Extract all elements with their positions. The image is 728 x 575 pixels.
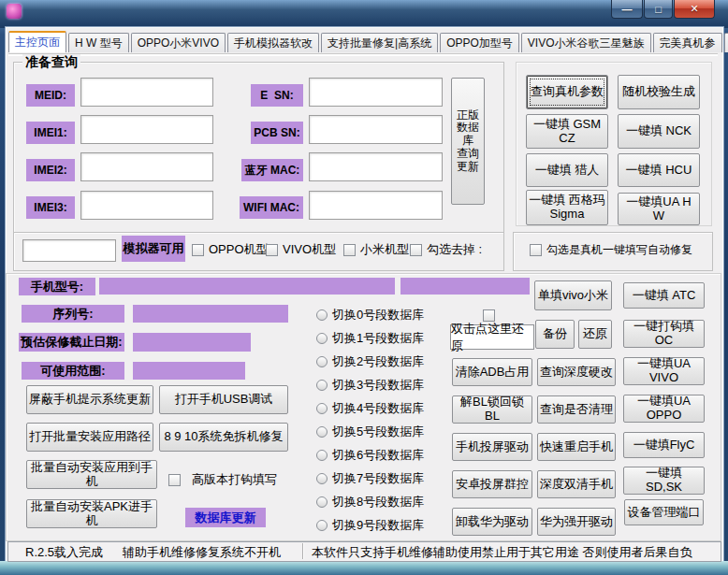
tab-hw-model[interactable]: H W 型号 [68, 33, 129, 52]
wifi-mac-input[interactable] [309, 191, 443, 220]
android-mirror-control-button[interactable]: 安卓投屏群控 [452, 470, 532, 498]
radio-icon [316, 426, 328, 438]
esn-label: E SN: [251, 84, 303, 107]
warranty-end-date-label: 预估保修截止日期: [19, 333, 124, 352]
fill-gsm-cz-button[interactable]: 一键填 GSM CZ [526, 114, 608, 149]
open-usb-debug-button[interactable]: 打开手机USB调试 [159, 385, 288, 414]
uncheck-remove-checkbox-label: 勾选去掉 : [427, 241, 482, 258]
vivo-model-checkbox[interactable]: VIVO机型 [266, 241, 336, 258]
radio-db-segment-5-label: 切换5号段数据库 [332, 424, 424, 440]
unlock-relock-bl-button[interactable]: 解BL锁回锁BL [452, 395, 532, 424]
checkbox-icon [192, 244, 204, 256]
status-divider [302, 543, 303, 559]
screen-mirror-driver-button[interactable]: 手机投屏驱动 [452, 433, 532, 461]
bluetooth-mac-input[interactable] [309, 152, 443, 181]
double-click-restore-box[interactable]: 双击点这里还原 [450, 324, 534, 350]
pcb-sn-input[interactable] [309, 115, 443, 144]
tab-oppo-xiaomi-vivo[interactable]: OPPO小米VIVO [131, 33, 226, 52]
backup-button[interactable]: 备份 [535, 320, 575, 349]
device-manager-port-button[interactable]: 设备管理端口 [624, 499, 704, 525]
vivo-model-checkbox-label: VIVO机型 [283, 241, 336, 258]
clear-adb-button[interactable]: 清除ADB占用 [452, 358, 532, 386]
imei1-input[interactable] [80, 115, 213, 144]
window-controls: — □ ✕ [610, 0, 715, 19]
window-bottom-edge [0, 561, 728, 575]
close-button[interactable]: ✕ [674, 0, 715, 19]
radio-db-segment-3[interactable]: 切换3号段数据库 [316, 377, 424, 394]
query-deep-hardmod-button[interactable]: 查询深度硬改 [537, 358, 616, 386]
open-batch-install-path-button[interactable]: 打开批量安装应用路径 [26, 423, 153, 452]
radio-db-segment-5[interactable]: 切换5号段数据库 [316, 424, 424, 440]
tab-main-page[interactable]: 主控页面 [8, 31, 66, 52]
titlebar: — □ ✕ [0, 0, 728, 28]
status-version-text: R.2.5载入完成 [25, 544, 103, 561]
radio-db-segment-1[interactable]: 切换1号段数据库 [316, 330, 424, 347]
minimize-button[interactable]: — [611, 0, 643, 19]
tab-perfect-real-params[interactable]: 完美真机参 [653, 33, 722, 52]
radio-db-segment-9[interactable]: 切换9号段数据库 [316, 517, 424, 534]
maximize-button[interactable]: □ [644, 0, 673, 19]
fill-ua-vivo-button[interactable]: 一键填UA VIVO [623, 357, 705, 385]
deep-wipe-button[interactable]: 深度双清手机 [537, 470, 616, 498]
radio-db-segment-0[interactable]: 切换0号段数据库 [316, 307, 424, 323]
fill-nck-button[interactable]: 一键填 NCK [618, 114, 700, 149]
radio-db-segment-8[interactable]: 切换8号段数据库 [316, 494, 424, 510]
genuine-db-query-update-button[interactable]: 正版 数据 库 查询 更新 [451, 78, 485, 205]
serial-number-value-bar [133, 305, 288, 323]
restore-button[interactable]: 还原 [578, 320, 612, 349]
radio-db-segment-6[interactable]: 切换6号段数据库 [316, 447, 424, 464]
oppo-model-checkbox-label: OPPO机型 [209, 241, 269, 258]
fill-sd-sk-button[interactable]: 一键填 SD,SK [623, 467, 705, 495]
tab-vivo-mi-google-samsung-meizu[interactable]: VIVO小米谷歌三星魅族 [521, 33, 651, 52]
batch-install-apk-button[interactable]: 批量自动安装APK进手机 [26, 499, 157, 528]
oppo-model-checkbox[interactable]: OPPO机型 [192, 241, 269, 258]
system-8910-repair-button[interactable]: 8 9 10系统免拆机修复 [159, 423, 288, 452]
radio-db-segment-2[interactable]: 切换2号段数据库 [316, 353, 424, 370]
esn-input[interactable] [309, 78, 443, 107]
radio-db-segment-7[interactable]: 切换7号段数据库 [316, 470, 424, 487]
radio-icon [316, 333, 328, 344]
random-checksum-button[interactable]: 随机校验生成 [618, 75, 700, 109]
tab-emulator-softmod[interactable]: 手机模拟器软改 [227, 33, 319, 52]
fill-ua-hw-button[interactable]: 一键填UA H W [618, 193, 700, 225]
serial-number-label: 序列号: [22, 305, 124, 323]
real-device-autofill-label: 勾选是真机一键填写自动修复 [546, 242, 692, 258]
checkbox-icon [530, 244, 542, 256]
fill-sigma-button[interactable]: 一键填 西格玛 Sigma [526, 190, 608, 225]
uncheck-remove-checkbox[interactable]: 勾选去掉 : [410, 241, 482, 258]
block-system-update-button[interactable]: 屏蔽手机提示系统更新 [26, 385, 153, 414]
imei3-input[interactable] [80, 191, 213, 220]
tab-apple-ipad[interactable]: 苹果ipad [724, 33, 728, 52]
db-update-link[interactable]: 数据库更新 [185, 508, 266, 527]
meid-input[interactable] [80, 78, 213, 107]
imei2-input[interactable] [80, 152, 213, 181]
model-input[interactable] [22, 239, 116, 262]
tab-bar: 主控页面H W 型号OPPO小米VIVO手机模拟器软改支持批量修复|高系统OPP… [8, 31, 720, 54]
fill-flyc-button[interactable]: 一键填FlyC [623, 432, 705, 458]
meid-label: MEID: [26, 84, 75, 107]
tab-oppo-add-model[interactable]: OPPO加型号 [440, 33, 519, 52]
status-bar: R.2.5载入完成 辅助手机维修修复系统不开机 本软件只支持手机维修辅助使用禁止… [7, 541, 721, 562]
fill-ua-oppo-button[interactable]: 一键填UA OPPO [623, 395, 705, 423]
fill-hunter-button[interactable]: 一键填 猎人 [526, 153, 608, 187]
fill-hcu-button[interactable]: 一键填 HCU [618, 153, 700, 187]
radio-db-segment-4-label: 切换4号段数据库 [332, 400, 424, 417]
query-real-params-button[interactable]: 查询真机参数 [526, 75, 608, 109]
fill-check-oc-button[interactable]: 一键打钩填 OC [623, 320, 705, 348]
real-device-autofill-checkbox[interactable]: 勾选是真机一键填写自动修复 [530, 242, 692, 258]
radio-db-segment-4[interactable]: 切换4号段数据库 [316, 400, 424, 417]
quick-reboot-button[interactable]: 快速重启手机 [537, 433, 616, 461]
radio-db-segment-7-label: 切换7号段数据库 [332, 470, 424, 487]
fill-atc-button[interactable]: 一键填 ATC [623, 282, 705, 309]
huawei-force-driver-button[interactable]: 华为强开驱动 [537, 508, 616, 536]
phone-model-value-bar-2 [400, 278, 530, 295]
single-fill-vivo-mi-button[interactable]: 单填vivo小米 [534, 280, 612, 310]
query-cleanup-button[interactable]: 查询是否清理 [537, 395, 616, 424]
uninstall-huawei-driver-button[interactable]: 卸载华为驱动 [452, 508, 532, 536]
batch-install-apps-button[interactable]: 批量自动安装应用到手机 [26, 460, 157, 489]
radio-db-segment-1-label: 切换1号段数据库 [332, 330, 424, 347]
high-version-checkbox[interactable]: 高版本打钩填写 [168, 471, 277, 488]
tab-batch-repair-high-system[interactable]: 支持批量修复|高系统 [321, 33, 438, 52]
xiaomi-model-checkbox[interactable]: 小米机型 [343, 241, 409, 258]
radio-db-segment-6-label: 切换6号段数据库 [332, 447, 424, 464]
